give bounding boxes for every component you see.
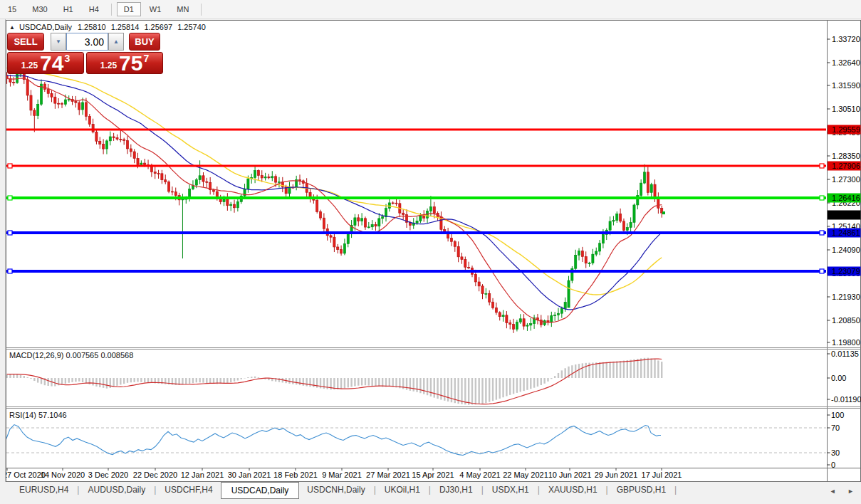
timeframe-button-w1[interactable]: W1 xyxy=(142,2,169,16)
price-tick-label: 1.19800 xyxy=(832,338,860,347)
tab-ukoil-h1[interactable]: UKOil,H1 xyxy=(377,482,428,498)
sell-button[interactable]: SELL xyxy=(7,33,44,51)
rsi-indicator-label: RSI(14) 57.1046 xyxy=(9,411,67,419)
price-chip-label: 1.24861 xyxy=(832,229,860,237)
price-tick-label: 1.24090 xyxy=(832,246,860,254)
tabs-scroll-right[interactable]: ► xyxy=(847,488,854,495)
volume-decrease-button[interactable]: ▼ xyxy=(51,33,66,51)
chart-tab-bar: EURUSD,H4|AUDUSD,Daily|USDCHF,H4USDCAD,D… xyxy=(0,482,861,504)
current-close-marker xyxy=(662,211,665,214)
sell-price-point: 3 xyxy=(64,53,70,64)
tab-audusd-daily[interactable]: AUDUSD,Daily xyxy=(80,482,153,498)
macd-indicator-label: MACD(12,26,9) 0.007565 0.008568 xyxy=(9,351,133,359)
price-chip-label: 1.27906 xyxy=(832,162,860,170)
price-tick-label: 1.32640 xyxy=(832,58,860,67)
date-tick-label: 10 Jun 2021 xyxy=(548,471,592,479)
price-tick-label: 1.30510 xyxy=(832,105,860,113)
tab-eurusd-h4[interactable]: EURUSD,H4 xyxy=(11,482,76,498)
sell-price-major: 1.25 xyxy=(21,61,38,70)
one-click-trading-panel: SELL ▼ ▲ BUY 1.25 74 3 1.25 75 7 xyxy=(7,33,163,74)
price-tick-label: 1.28350 xyxy=(832,152,860,160)
date-tick-label: 3 Dec 2020 xyxy=(88,471,128,479)
hline-handle[interactable] xyxy=(8,269,12,273)
tab-separator: | xyxy=(674,482,677,498)
timeframe-button-h1[interactable]: H1 xyxy=(56,2,80,16)
tab-usdchf-h4[interactable]: USDCHF,H4 xyxy=(157,482,220,498)
timeframe-button-d1[interactable]: D1 xyxy=(117,2,141,16)
ohlc-close: 1.25740 xyxy=(177,23,206,31)
price-chip-label: 1.25740 xyxy=(832,211,860,219)
window-left-edge xyxy=(0,19,6,504)
hline-handle[interactable] xyxy=(820,196,824,200)
buy-price-point: 7 xyxy=(143,53,149,64)
price-tick-label: 1.21930 xyxy=(832,293,860,301)
hline-handle[interactable] xyxy=(8,231,12,235)
price-tick-label: 1.31590 xyxy=(832,81,860,90)
date-tick-label: 14 Nov 2020 xyxy=(41,471,85,479)
tabs-scroll-arrows: ◄ ► xyxy=(820,488,854,495)
date-tick-label: 15 Apr 2021 xyxy=(412,471,454,479)
buy-button[interactable]: BUY xyxy=(129,33,160,51)
spinner-up-icon: ▲ xyxy=(113,38,119,45)
spinner-down-icon: ▼ xyxy=(56,38,61,45)
sell-price-pips: 74 xyxy=(40,53,63,73)
hline-handle[interactable] xyxy=(820,164,824,168)
ohlc-high: 1.25814 xyxy=(111,23,140,31)
date-tick-label: 18 Feb 2021 xyxy=(273,471,318,479)
buy-price-major: 1.25 xyxy=(100,61,117,70)
date-tick-label: 27 Mar 2021 xyxy=(366,471,410,479)
chart-canvas[interactable]: 1.337201.326401.315901.305101.294301.283… xyxy=(0,0,861,504)
date-axis[interactable]: 27 Oct 202014 Nov 20203 Dec 202022 Dec 2… xyxy=(3,468,682,479)
tabs-scroll-left[interactable]: ◄ xyxy=(830,488,836,495)
hline-handle[interactable] xyxy=(8,196,12,200)
toolbar-separator xyxy=(201,4,202,16)
price-chip-label: 1.26416 xyxy=(832,194,860,202)
date-tick-label: 17 Jul 2021 xyxy=(642,471,682,479)
price-tick-label: 1.20850 xyxy=(832,316,860,325)
timeframe-toolbar: 15M30H1H4D1W1MN xyxy=(0,0,861,19)
toolbar-separator xyxy=(111,4,112,16)
timeframe-button-15[interactable]: 15 xyxy=(1,2,24,16)
tab-usdx-h1[interactable]: USDX,H1 xyxy=(484,482,537,498)
timeframe-button-mn[interactable]: MN xyxy=(169,2,196,16)
volume-increase-button[interactable]: ▲ xyxy=(108,33,124,51)
symbol-title: USDCAD,Daily xyxy=(19,23,72,31)
macd-tick-label: 0.01135 xyxy=(831,350,859,358)
date-tick-label: 29 Jun 2021 xyxy=(595,471,638,479)
date-tick-label: 9 Mar 2021 xyxy=(322,471,362,479)
rsi-tick-label: 30 xyxy=(831,448,840,457)
buy-price-box[interactable]: 1.25 75 7 xyxy=(86,52,163,74)
hline-handle[interactable] xyxy=(8,164,12,168)
timeframe-button-m30[interactable]: M30 xyxy=(25,2,54,16)
macd-tick-label: -0.01190 xyxy=(831,395,861,404)
date-tick-label: 22 May 2021 xyxy=(503,471,548,479)
price-chip-label: 1.29559 xyxy=(832,125,860,134)
date-tick-label: 4 May 2021 xyxy=(459,471,500,479)
tab-gbpusd-h1[interactable]: GBPUSD,H1 xyxy=(609,482,674,498)
sell-price-box[interactable]: 1.25 74 3 xyxy=(7,52,84,74)
chart-title: ▲ USDCAD,Daily 1.25810 1.25814 1.25697 1… xyxy=(9,23,211,31)
rsi-tick-label: 0 xyxy=(831,461,835,469)
price-tick-label: 1.27300 xyxy=(832,175,860,184)
buy-price-pips: 75 xyxy=(119,53,142,73)
tab-xauusd-h1[interactable]: XAUUSD,H1 xyxy=(541,482,605,498)
price-tick-label: 1.33720 xyxy=(832,35,860,43)
hline-handle[interactable] xyxy=(820,269,824,273)
date-tick-label: 12 Jan 2021 xyxy=(181,471,224,479)
timeframe-button-h4[interactable]: H4 xyxy=(82,2,106,16)
tab-usdcnh-daily[interactable]: USDCNH,Daily xyxy=(299,482,372,498)
date-tick-label: 27 Oct 2020 xyxy=(3,471,46,479)
panel-toggle-icon[interactable]: ▲ xyxy=(9,24,15,31)
date-tick-label: 22 Dec 2020 xyxy=(133,471,177,479)
rsi-tick-label: 70 xyxy=(831,424,840,432)
tab-dj30-h1[interactable]: DJ30,H1 xyxy=(432,482,481,498)
hline-handle[interactable] xyxy=(820,231,824,235)
price-chip-label: 1.23079 xyxy=(832,267,860,275)
rsi-tick-label: 100 xyxy=(831,411,844,419)
volume-input[interactable] xyxy=(66,33,108,51)
date-tick-label: 30 Jan 2021 xyxy=(228,471,271,479)
tab-usdcad-daily[interactable]: USDCAD,Daily xyxy=(221,482,300,499)
ohlc-open: 1.25810 xyxy=(78,23,106,31)
macd-tick-label: 0.00 xyxy=(831,374,846,382)
ohlc-low: 1.25697 xyxy=(144,23,172,31)
